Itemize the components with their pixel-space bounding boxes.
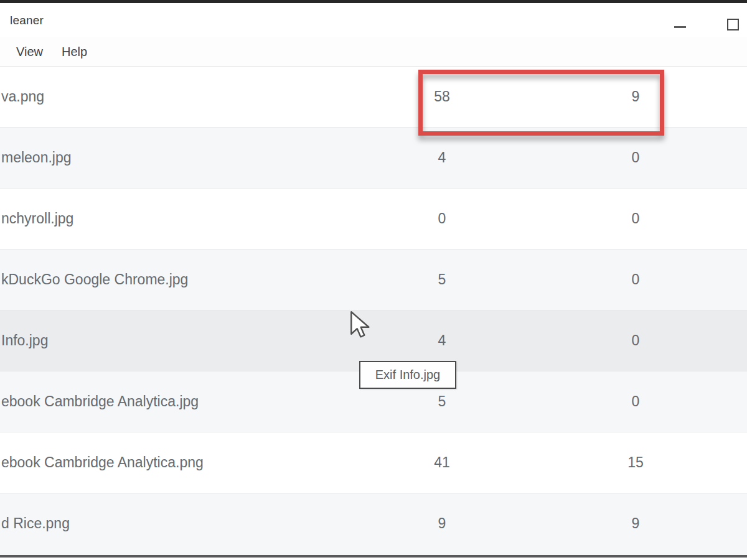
menu-bar: View Help	[0, 37, 747, 67]
tooltip-text: Exif Info.jpg	[375, 368, 441, 382]
file-table: va.png 58 9 meleon.jpg 4 0 nchyroll.jpg …	[0, 67, 747, 554]
after-count-cell: 9	[535, 515, 736, 532]
before-count-cell: 9	[349, 515, 535, 532]
maximize-icon	[727, 19, 739, 30]
maximize-button[interactable]	[721, 11, 745, 33]
after-count-cell: 15	[535, 454, 736, 471]
after-count-cell: 9	[535, 88, 736, 105]
window-title: leaner	[10, 14, 44, 27]
table-row[interactable]: nchyroll.jpg 0 0	[0, 189, 747, 250]
file-name-cell: nchyroll.jpg	[0, 210, 349, 227]
before-count-cell: 0	[349, 210, 535, 227]
minimize-button[interactable]	[669, 14, 691, 32]
after-count-cell: 0	[535, 271, 736, 288]
after-count-cell: 0	[535, 332, 736, 349]
menu-item-view[interactable]: View	[16, 45, 43, 59]
file-name-cell: meleon.jpg	[0, 149, 349, 166]
file-name-cell: va.png	[0, 88, 349, 105]
file-name-cell: d Rice.png	[0, 515, 349, 532]
title-bar: leaner	[0, 3, 747, 37]
before-count-cell: 4	[349, 149, 535, 166]
before-count-cell: 5	[349, 271, 535, 288]
tooltip: Exif Info.jpg	[359, 361, 456, 389]
before-count-cell: 58	[349, 88, 535, 105]
table-row[interactable]: va.png 58 9	[0, 67, 747, 128]
table-row[interactable]: kDuckGo Google Chrome.jpg 5 0	[0, 250, 747, 310]
file-name-cell: ebook Cambridge Analytica.png	[0, 454, 349, 471]
window-bottom-edge	[0, 555, 747, 558]
menu-item-help[interactable]: Help	[62, 45, 87, 59]
before-count-cell: 41	[349, 454, 535, 471]
app-window: leaner View Help va.png 58 9 meleon.jpg …	[0, 0, 747, 560]
table-row[interactable]: ebook Cambridge Analytica.png 41 15	[0, 432, 747, 493]
after-count-cell: 0	[535, 210, 736, 227]
table-row[interactable]: d Rice.png 9 9	[0, 493, 747, 554]
table-row[interactable]: meleon.jpg 4 0	[0, 128, 747, 189]
file-name-cell: kDuckGo Google Chrome.jpg	[0, 271, 349, 288]
after-count-cell: 0	[535, 393, 736, 410]
file-name-cell: ebook Cambridge Analytica.jpg	[0, 393, 349, 410]
after-count-cell: 0	[535, 149, 736, 166]
file-name-cell: Info.jpg	[0, 332, 349, 349]
minimize-icon	[674, 26, 686, 28]
before-count-cell: 5	[349, 393, 535, 410]
before-count-cell: 4	[349, 332, 535, 349]
